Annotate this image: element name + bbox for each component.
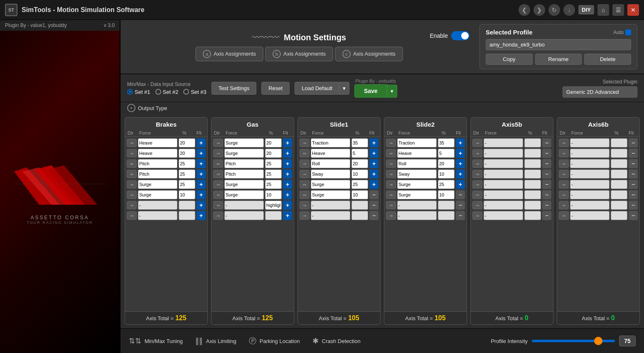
flt-btn-minus[interactable]: − bbox=[456, 201, 465, 210]
flt-btn-minus[interactable]: − bbox=[629, 159, 638, 168]
refresh-icon[interactable]: ↻ bbox=[548, 4, 560, 16]
test-settings-button[interactable]: Test Settings bbox=[211, 82, 256, 95]
force-select[interactable]: - bbox=[484, 138, 523, 147]
flt-btn-plus[interactable]: + bbox=[456, 138, 465, 147]
pct-select[interactable] bbox=[611, 138, 627, 147]
set1-radio[interactable]: Set #1 bbox=[127, 89, 150, 95]
pct-select[interactable]: 10 bbox=[438, 190, 455, 199]
force-select[interactable]: Surge bbox=[311, 190, 350, 199]
nav-forward-icon[interactable]: ❯ bbox=[533, 4, 545, 16]
pct-select[interactable]: 25 bbox=[438, 180, 455, 189]
flt-btn-minus[interactable]: − bbox=[456, 211, 465, 220]
force-select[interactable]: Sway bbox=[311, 169, 350, 179]
pct-select[interactable]: 35 bbox=[351, 138, 368, 147]
crash-detection-item[interactable]: ✱ Crash Detection bbox=[312, 336, 361, 346]
force-select[interactable]: Pitch bbox=[138, 159, 177, 168]
pct-select[interactable]: 20 bbox=[265, 138, 282, 147]
flt-btn-plus[interactable]: + bbox=[197, 201, 206, 210]
flt-btn-plus[interactable]: + bbox=[369, 159, 379, 168]
load-default-arrow[interactable]: ▾ bbox=[339, 82, 349, 95]
flt-btn-minus[interactable]: − bbox=[369, 211, 379, 220]
close-button[interactable]: ✕ bbox=[627, 4, 639, 16]
intensity-slider[interactable] bbox=[532, 340, 615, 342]
force-select[interactable]: Surge bbox=[138, 190, 177, 199]
flt-btn-minus[interactable]: − bbox=[629, 211, 638, 220]
flt-btn-plus[interactable]: + bbox=[283, 138, 292, 147]
pct-select[interactable]: 5 bbox=[351, 149, 368, 158]
pct-select[interactable]: 10 bbox=[351, 190, 368, 199]
set3-radio[interactable]: Set #3 bbox=[183, 89, 206, 95]
flt-btn-minus[interactable]: − bbox=[542, 180, 551, 189]
download-icon[interactable]: ↓ bbox=[563, 4, 575, 16]
pct-select[interactable]: 20 bbox=[351, 159, 368, 168]
pct-select[interactable] bbox=[611, 190, 627, 199]
force-select[interactable]: Surge bbox=[224, 180, 264, 189]
force-select[interactable]: - bbox=[570, 159, 610, 168]
force-select[interactable]: - bbox=[138, 211, 177, 220]
flt-btn-plus[interactable]: + bbox=[456, 169, 465, 179]
flt-btn-plus[interactable]: + bbox=[283, 180, 292, 189]
axis-tab-c[interactable]: c Axis Assignments bbox=[335, 47, 403, 61]
flt-btn-plus[interactable]: + bbox=[456, 180, 465, 189]
force-select[interactable]: - bbox=[397, 211, 437, 220]
save-arrow-button[interactable]: ▾ bbox=[387, 85, 397, 98]
enable-toggle[interactable] bbox=[451, 31, 469, 40]
flt-btn-minus[interactable]: − bbox=[542, 201, 551, 210]
force-select[interactable]: - bbox=[311, 211, 350, 220]
pct-select[interactable] bbox=[524, 169, 541, 179]
flt-btn-plus[interactable]: + bbox=[369, 180, 379, 189]
pct-select[interactable] bbox=[524, 159, 541, 168]
flt-btn-minus[interactable]: − bbox=[542, 190, 551, 199]
flt-btn-plus[interactable]: + bbox=[283, 190, 292, 199]
pct-select[interactable] bbox=[611, 180, 627, 189]
flt-btn-plus[interactable]: + bbox=[197, 149, 206, 158]
pct-select[interactable]: 35 bbox=[438, 138, 455, 147]
pct-select[interactable] bbox=[611, 211, 627, 220]
flt-btn-plus[interactable]: + bbox=[369, 149, 379, 158]
pct-select[interactable] bbox=[611, 149, 627, 158]
intensity-knob[interactable] bbox=[594, 337, 602, 345]
flt-btn-plus[interactable]: + bbox=[197, 211, 206, 220]
flt-btn-plus[interactable]: + bbox=[197, 169, 206, 179]
flt-btn-plus[interactable]: + bbox=[283, 149, 292, 158]
force-select[interactable]: Traction bbox=[397, 138, 437, 147]
pct-select[interactable] bbox=[179, 211, 195, 220]
force-select[interactable]: - bbox=[484, 149, 523, 158]
force-select[interactable]: - bbox=[570, 169, 610, 179]
flt-btn-plus[interactable]: + bbox=[283, 201, 292, 210]
pct-select[interactable] bbox=[611, 159, 627, 168]
axis-limiting-item[interactable]: ‖‖ Axis Limiting bbox=[195, 336, 236, 346]
reset-button[interactable]: Reset bbox=[261, 82, 290, 95]
force-select[interactable]: Surge bbox=[224, 149, 264, 158]
force-select[interactable]: - bbox=[484, 190, 523, 199]
axis-tab-a[interactable]: a Axis Assignments bbox=[195, 47, 263, 61]
pct-select[interactable] bbox=[265, 211, 282, 220]
copy-button[interactable]: Copy bbox=[486, 54, 533, 65]
flt-btn-minus[interactable]: − bbox=[629, 201, 638, 210]
pct-select[interactable] bbox=[351, 201, 368, 210]
force-select[interactable]: Surge bbox=[397, 190, 437, 199]
force-select[interactable]: - bbox=[570, 211, 610, 220]
flt-btn-minus[interactable]: − bbox=[629, 180, 638, 189]
pct-select[interactable] bbox=[611, 201, 627, 210]
flt-btn-plus[interactable]: + bbox=[369, 169, 379, 179]
pct-select[interactable] bbox=[524, 149, 541, 158]
flt-btn-plus[interactable]: + bbox=[197, 138, 206, 147]
flt-btn-minus[interactable]: − bbox=[542, 159, 551, 168]
force-select[interactable]: - bbox=[224, 201, 264, 210]
force-select[interactable]: Heave bbox=[138, 138, 177, 147]
force-select[interactable]: Roll bbox=[311, 159, 350, 168]
pct-select[interactable] bbox=[351, 211, 368, 220]
pct-select[interactable]: 20 bbox=[179, 149, 195, 158]
pct-select[interactable]: highlighted bbox=[265, 201, 282, 210]
pct-select[interactable] bbox=[438, 201, 455, 210]
pct-select[interactable] bbox=[438, 211, 455, 220]
force-select[interactable]: Sway bbox=[397, 169, 437, 179]
force-select[interactable]: Pitch bbox=[138, 169, 177, 179]
flt-btn-minus[interactable]: − bbox=[629, 149, 638, 158]
force-select[interactable]: - bbox=[138, 201, 177, 210]
force-select[interactable]: - bbox=[224, 211, 264, 220]
force-select[interactable]: - bbox=[570, 190, 610, 199]
load-default-button[interactable]: Load Default bbox=[295, 82, 339, 95]
pct-select[interactable]: 10 bbox=[179, 190, 195, 199]
